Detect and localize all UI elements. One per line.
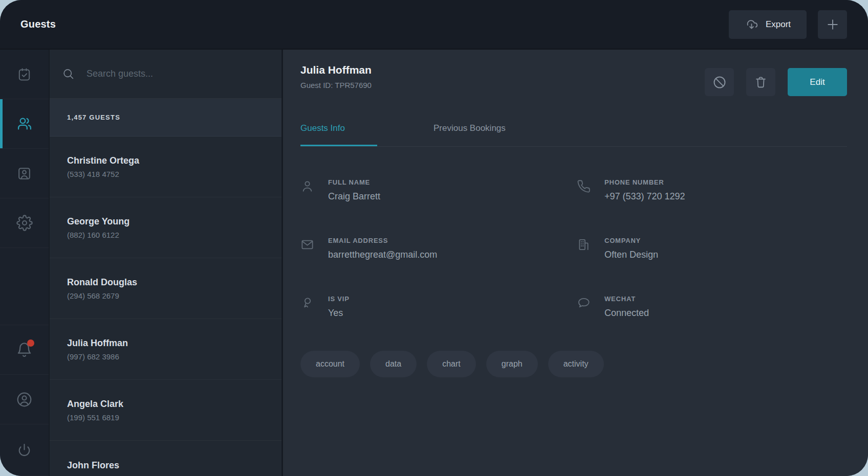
guest-count-header: 1,457 GUESTS	[50, 99, 281, 137]
active-indicator	[0, 99, 3, 148]
user-circle-icon	[16, 391, 33, 408]
field-label: PHONE NUMBER	[604, 178, 685, 186]
users-icon	[16, 115, 33, 132]
sidebar-item-settings[interactable]	[0, 198, 49, 248]
guest-phone	[67, 474, 264, 476]
list-item-guest[interactable]: George Young (882) 160 6122	[50, 197, 281, 258]
guest-phone: (294) 568 2679	[67, 291, 264, 300]
field-value: Often Design	[604, 250, 658, 260]
sidebar-item-guests[interactable]	[0, 99, 49, 149]
guest-phone: (882) 160 6122	[67, 231, 264, 239]
export-button[interactable]: Export	[729, 10, 807, 39]
detail-tabs: Guests Info Previous Bookings	[300, 123, 847, 147]
field-label: EMAIL ADDRESS	[328, 237, 437, 244]
tag-chip[interactable]: data	[370, 351, 417, 377]
phone-icon	[577, 179, 591, 202]
guest-name: Ronald Douglas	[67, 277, 264, 288]
field-label: FULL NAME	[328, 178, 380, 186]
tag-chip[interactable]: graph	[486, 351, 538, 377]
ban-icon	[712, 75, 727, 90]
list-item-guest[interactable]: Ronald Douglas (294) 568 2679	[50, 258, 281, 319]
field-wechat: WECHAT Connected	[577, 295, 847, 319]
plus-icon	[826, 17, 840, 32]
notification-badge	[27, 339, 34, 347]
field-phone-number: PHONE NUMBER +97 (533) 720 1292	[577, 178, 847, 202]
field-company: COMPANY Often Design	[577, 237, 847, 260]
field-is-vip: IS VIP Yes	[300, 295, 577, 319]
field-value: barretthegreat@gmail.com	[328, 250, 437, 260]
field-value: Connected	[604, 308, 649, 319]
guest-name: Christine Ortega	[67, 155, 264, 166]
add-guest-button[interactable]	[818, 10, 847, 39]
tag-chip[interactable]: account	[300, 351, 360, 377]
guest-phone: (533) 418 4752	[67, 170, 264, 178]
guest-list: Christine Ortega (533) 418 4752 George Y…	[50, 137, 281, 476]
chat-bubble-icon	[577, 296, 591, 319]
sidebar-item-notifications[interactable]	[0, 325, 49, 375]
field-full-name: FULL NAME Craig Barrett	[300, 178, 577, 202]
sidebar-nav	[0, 50, 50, 476]
tag-chip[interactable]: chart	[427, 351, 476, 377]
guest-id: Guest ID: TPR57690	[300, 81, 372, 89]
edit-button[interactable]: Edit	[788, 68, 847, 96]
guest-detail-panel: Julia Hoffman Guest ID: TPR57690 Edit	[283, 50, 868, 476]
list-item-guest[interactable]: John Flores	[50, 441, 281, 476]
power-icon	[16, 442, 32, 458]
sidebar-item-profile[interactable]	[0, 375, 49, 424]
top-bar: Guests Export	[0, 0, 868, 50]
guest-list-panel: 1,457 GUESTS Christine Ortega (533) 418 …	[50, 50, 283, 476]
list-item-guest[interactable]: Angela Clark (199) 551 6819	[50, 380, 281, 441]
bell-icon	[16, 342, 33, 358]
field-label: COMPANY	[604, 237, 658, 244]
contact-card-icon	[16, 166, 32, 182]
list-item-guest[interactable]: Julia Hoffman (997) 682 3986	[50, 319, 281, 380]
sidebar-item-logout[interactable]	[0, 424, 49, 476]
field-label: WECHAT	[604, 295, 649, 303]
sidebar-spacer	[0, 248, 49, 325]
calendar-check-icon	[16, 66, 32, 82]
field-value: +97 (533) 720 1292	[604, 191, 685, 202]
building-icon	[577, 238, 591, 260]
guest-name: Julia Hoffman	[67, 338, 264, 349]
mail-icon	[300, 238, 314, 260]
page-title: Guests	[20, 18, 56, 30]
guest-detail-name: Julia Hoffman	[300, 64, 372, 76]
export-button-label: Export	[766, 19, 791, 30]
guest-phone: (199) 551 6819	[67, 413, 264, 422]
gear-icon	[16, 215, 33, 231]
cloud-download-icon	[745, 17, 758, 31]
app-window: Guests Export	[0, 0, 868, 476]
tab-previous-bookings[interactable]: Previous Bookings	[433, 123, 506, 146]
field-label: IS VIP	[328, 295, 350, 303]
search-bar	[50, 50, 281, 99]
tag-chip[interactable]: activity	[548, 351, 604, 377]
search-icon	[62, 67, 75, 80]
guest-name: John Flores	[67, 460, 264, 471]
guest-name: George Young	[67, 216, 264, 227]
list-item-guest[interactable]: Christine Ortega (533) 418 4752	[50, 137, 281, 197]
sidebar-item-contacts[interactable]	[0, 149, 49, 198]
sidebar-item-tasks[interactable]	[0, 50, 49, 99]
guest-tags: account data chart graph activity	[300, 351, 847, 377]
detail-header: Julia Hoffman Guest ID: TPR57690 Edit	[300, 64, 847, 96]
field-value: Craig Barrett	[328, 191, 380, 202]
edit-button-label: Edit	[810, 77, 824, 87]
award-icon	[300, 296, 314, 319]
guest-count-label: 1,457 GUESTS	[67, 114, 120, 121]
user-icon	[300, 179, 314, 202]
field-value: Yes	[328, 308, 350, 319]
guest-phone: (997) 682 3986	[67, 352, 264, 361]
delete-guest-button[interactable]	[746, 68, 775, 96]
block-guest-button[interactable]	[705, 68, 734, 96]
trash-icon	[754, 75, 768, 89]
field-email-address: EMAIL ADDRESS barretthegreat@gmail.com	[300, 237, 577, 260]
tab-guests-info[interactable]: Guests Info	[300, 123, 377, 146]
guest-name: Angela Clark	[67, 399, 264, 410]
search-input[interactable]	[86, 69, 269, 79]
guest-info-fields: FULL NAME Craig Barrett PHONE NUMBER +97…	[300, 178, 847, 319]
